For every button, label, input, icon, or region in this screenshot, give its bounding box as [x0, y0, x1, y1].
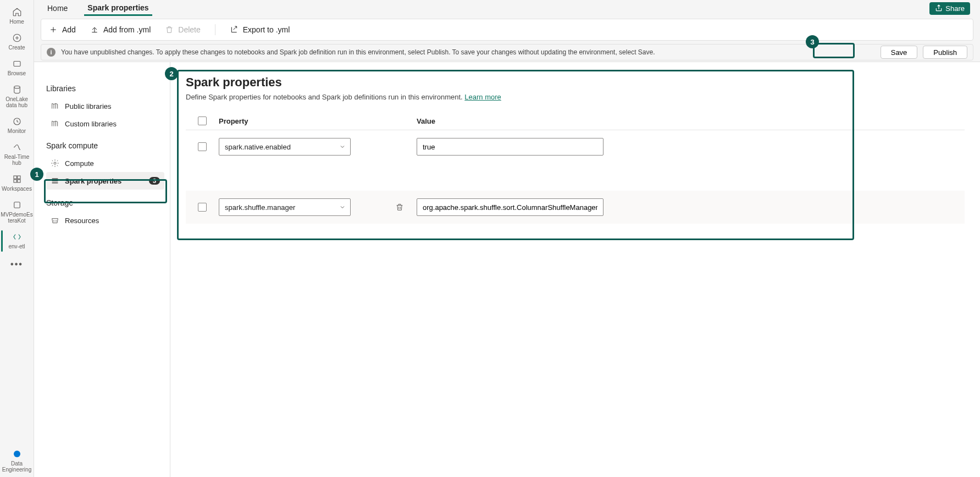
share-icon: [935, 4, 943, 12]
rail-home-label: Home: [9, 19, 24, 25]
svg-rect-13: [52, 182, 58, 184]
export-icon: [230, 25, 239, 34]
sidebar-custom-label: Custom libraries: [65, 120, 117, 128]
rail-env-item-label: env-etl: [8, 243, 25, 249]
delete-row-button[interactable]: [395, 202, 405, 212]
share-button[interactable]: Share: [929, 2, 970, 15]
svg-rect-6: [14, 180, 16, 182]
learn-more-link[interactable]: Learn more: [464, 93, 501, 101]
rail-realtime[interactable]: Real-Time hub: [1, 138, 33, 170]
sidebar-resources[interactable]: Resources: [46, 212, 164, 229]
rail-onelake[interactable]: OneLake data hub: [1, 81, 33, 113]
rail-create[interactable]: Create: [1, 29, 33, 55]
data-eng-icon: [12, 448, 23, 459]
select-all-checkbox[interactable]: [198, 117, 207, 125]
upload-icon: [90, 25, 99, 34]
library-icon: [51, 102, 59, 110]
rail-home[interactable]: Home: [1, 3, 33, 29]
rail-data-engineering[interactable]: Data Engineering: [1, 445, 33, 477]
settings-sidebar: Libraries Public libraries Custom librar…: [34, 62, 170, 477]
svg-rect-11: [52, 178, 58, 179]
sidebar-public-libraries[interactable]: Public libraries: [46, 97, 164, 115]
banner: i You have unpublished changes. To apply…: [41, 44, 973, 60]
database-icon: [12, 84, 23, 95]
tabs-row: Home Spark properties Share: [34, 0, 980, 16]
toolbar-add[interactable]: Add: [49, 25, 76, 34]
svg-point-9: [14, 451, 20, 457]
property-select-value: spark.shuffle.manager: [225, 203, 295, 212]
rail-create-label: Create: [8, 45, 25, 51]
toolbar-add-yml[interactable]: Add from .yml: [90, 25, 151, 34]
toolbar-export-yml-label: Export to .yml: [243, 25, 290, 34]
sidebar-public-label: Public libraries: [65, 102, 112, 110]
callout-badge-3: 3: [806, 35, 819, 48]
value-input[interactable]: [417, 138, 603, 156]
property-select[interactable]: spark.shuffle.manager: [219, 198, 351, 216]
home-icon: [12, 7, 23, 18]
sidebar-compute-label: Compute: [65, 159, 94, 168]
banner-text: You have unpublished changes. To apply t…: [61, 48, 655, 56]
chevron-down-icon: [339, 143, 346, 150]
row-checkbox[interactable]: [198, 142, 207, 151]
main-panel: Spark properties Define Spark properties…: [170, 62, 980, 477]
page-description-text: Define Spark properties for notebooks an…: [186, 93, 464, 101]
env-icon: [12, 231, 23, 242]
row-checkbox[interactable]: [198, 203, 207, 212]
list-icon: [51, 176, 59, 185]
col-value: Value: [417, 117, 965, 125]
publish-button[interactable]: Publish: [923, 46, 967, 59]
rail-realtime-label: Real-Time hub: [1, 154, 33, 166]
sidebar-spark-props-label: Spark properties: [65, 177, 121, 185]
spark-props-badge: 3: [149, 177, 160, 185]
value-input[interactable]: [417, 198, 603, 216]
svg-point-2: [14, 86, 20, 88]
folder-icon: [12, 58, 23, 69]
toolbar-delete: Delete: [165, 25, 200, 34]
toolbar-export-yml[interactable]: Export to .yml: [230, 25, 290, 34]
rail-monitor[interactable]: Monitor: [1, 113, 33, 138]
page-description: Define Spark properties for notebooks an…: [186, 93, 965, 101]
realtime-icon: [12, 142, 23, 153]
rail-browse-label: Browse: [8, 70, 26, 76]
workspace-item-icon: [12, 199, 23, 210]
rail-more[interactable]: •••: [1, 254, 33, 275]
svg-point-10: [54, 162, 56, 164]
rail-workspace-item[interactable]: MVPdemoEs teraKot: [1, 196, 33, 228]
table-row: spark.shuffle.manager: [186, 191, 965, 224]
section-spark-compute: Spark compute: [46, 141, 164, 150]
trash-icon: [165, 25, 174, 34]
svg-rect-7: [17, 180, 20, 182]
section-libraries: Libraries: [46, 84, 164, 93]
callout-badge-2: 2: [165, 67, 178, 80]
toolbar-delete-label: Delete: [178, 25, 200, 34]
rail-env-item[interactable]: env-etl: [1, 228, 33, 254]
rail-browse[interactable]: Browse: [1, 55, 33, 81]
property-select[interactable]: spark.native.enabled: [219, 138, 351, 156]
svg-rect-4: [14, 176, 16, 179]
rail-data-eng-label: Data Engineering: [1, 461, 33, 473]
save-button[interactable]: Save: [881, 46, 918, 59]
rail-workspaces-label: Workspaces: [2, 186, 32, 192]
toolbar: Add Add from .yml Delete Export to .yml: [41, 19, 973, 41]
svg-rect-1: [14, 62, 20, 66]
chevron-down-icon: [339, 204, 346, 210]
svg-rect-8: [14, 202, 20, 208]
rail-monitor-label: Monitor: [8, 128, 26, 134]
table-header: Property Value: [186, 112, 965, 130]
tab-spark-properties[interactable]: Spark properties: [84, 1, 152, 16]
library-custom-icon: [51, 119, 59, 128]
properties-table: Property Value spark.native.enabled: [186, 112, 965, 224]
callout-badge-1: 1: [30, 168, 43, 181]
sidebar-compute[interactable]: Compute: [46, 154, 164, 172]
rail-workspaces[interactable]: Workspaces: [1, 170, 33, 196]
sidebar-custom-libraries[interactable]: Custom libraries: [46, 115, 164, 132]
left-rail: Home Create Browse OneLake data hub Moni…: [0, 0, 34, 477]
gear-icon: [51, 159, 59, 168]
sidebar-spark-properties[interactable]: Spark properties 3: [46, 172, 164, 190]
rail-workspace-item-label: MVPdemoEs teraKot: [1, 212, 32, 224]
top-area: Home Spark properties Share Add Add from…: [34, 0, 980, 60]
toolbar-add-yml-label: Add from .yml: [103, 25, 151, 34]
monitor-icon: [12, 116, 23, 127]
tab-home[interactable]: Home: [44, 2, 71, 15]
plus-icon: [49, 25, 58, 34]
